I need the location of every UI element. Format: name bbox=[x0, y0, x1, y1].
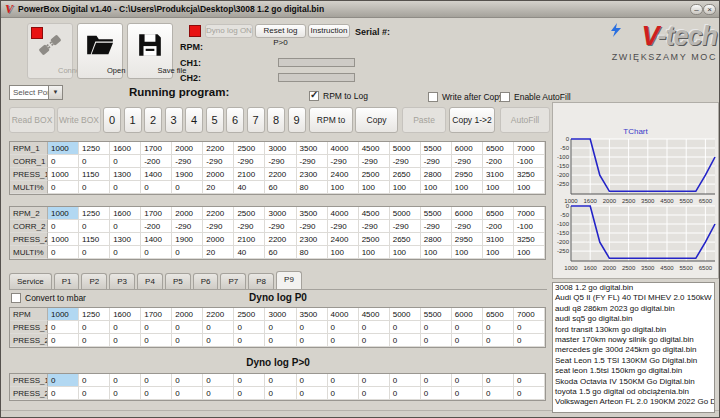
write-box-button[interactable]: Write BOX bbox=[57, 107, 101, 133]
prog-button-9[interactable]: 9 bbox=[288, 107, 306, 133]
table-cell[interactable]: 0 bbox=[514, 374, 545, 387]
table-cell[interactable]: -200 bbox=[483, 155, 514, 168]
tab-service[interactable]: Service bbox=[9, 273, 52, 289]
table-cell[interactable]: 0 bbox=[172, 246, 203, 259]
table-cell[interactable]: 0 bbox=[359, 387, 390, 400]
prog-button-6[interactable]: 6 bbox=[226, 107, 244, 133]
enable-autofill-checkbox[interactable]: Enable AutoFill bbox=[500, 92, 571, 102]
table-cell[interactable]: 5500 bbox=[421, 142, 452, 155]
table-cell[interactable]: 1250 bbox=[79, 142, 110, 155]
copy-1-to-2-button[interactable]: Copy 1->2 bbox=[449, 107, 495, 133]
table-cell[interactable]: 1000 bbox=[48, 207, 79, 220]
table-cell[interactable]: 20 bbox=[203, 246, 234, 259]
table-cell[interactable]: 0 bbox=[452, 321, 483, 334]
table-cell[interactable]: 3500 bbox=[297, 142, 328, 155]
table-cell[interactable]: 4500 bbox=[359, 308, 390, 321]
table-cell[interactable]: 0 bbox=[390, 321, 421, 334]
table-cell[interactable]: 0 bbox=[79, 181, 110, 194]
table-cell[interactable]: 2800 bbox=[421, 168, 452, 181]
table-cell[interactable]: 5500 bbox=[421, 308, 452, 321]
instruction-button[interactable]: Instruction bbox=[308, 24, 350, 38]
table-cell[interactable]: 1000 bbox=[48, 233, 79, 246]
table-cell[interactable]: 100 bbox=[328, 246, 359, 259]
table-cell[interactable]: 2500 bbox=[234, 308, 265, 321]
select-port-dropdown[interactable]: Select Port ▼ bbox=[9, 85, 63, 100]
close-button[interactable]: × bbox=[703, 4, 716, 15]
table-cell[interactable]: 0 bbox=[48, 374, 79, 387]
rpm-to-all-button[interactable]: RPM to ALL bbox=[309, 107, 353, 133]
table-cell[interactable]: 1300 bbox=[110, 168, 141, 181]
table-cell[interactable]: 5000 bbox=[390, 207, 421, 220]
table-cell[interactable]: 0 bbox=[390, 334, 421, 347]
table-cell[interactable]: 4000 bbox=[328, 142, 359, 155]
table-cell[interactable]: 60 bbox=[265, 246, 296, 259]
table-cell[interactable]: 0 bbox=[234, 374, 265, 387]
table-cell[interactable]: 0 bbox=[172, 374, 203, 387]
table-cell[interactable]: 0 bbox=[514, 321, 545, 334]
file-list-item[interactable]: audi sq5 go digital.bin bbox=[553, 314, 714, 324]
file-list-item[interactable]: Volkswagen Arteon FL 2.0 190KM 2022 Go D… bbox=[553, 397, 714, 407]
tab-p5[interactable]: P5 bbox=[165, 273, 191, 289]
table-cell[interactable]: 0 bbox=[141, 334, 172, 347]
table-cell[interactable]: 0 bbox=[48, 246, 79, 259]
prog-button-1[interactable]: 1 bbox=[124, 107, 142, 133]
table-cell[interactable]: 3000 bbox=[265, 207, 296, 220]
table-cell[interactable]: 0 bbox=[328, 387, 359, 400]
table-cell[interactable]: 2650 bbox=[390, 233, 421, 246]
table-cell[interactable]: 1000 bbox=[48, 142, 79, 155]
table-cell[interactable]: 0 bbox=[110, 321, 141, 334]
file-list-item[interactable]: Audi Q5 II (FY FL) 40 TDI MHEV 2.0 150kW… bbox=[553, 293, 714, 303]
table-cell[interactable]: 0 bbox=[421, 334, 452, 347]
table-cell[interactable]: 0 bbox=[79, 246, 110, 259]
table-cell[interactable]: 2200 bbox=[203, 207, 234, 220]
reset-log-button[interactable]: Reset log P>0 bbox=[255, 24, 306, 38]
table-cell[interactable]: 2500 bbox=[359, 168, 390, 181]
table-cell[interactable]: 2950 bbox=[452, 168, 483, 181]
table-cell[interactable]: 2000 bbox=[172, 308, 203, 321]
table-cell[interactable]: -290 bbox=[328, 155, 359, 168]
table-cell[interactable]: 0 bbox=[452, 334, 483, 347]
table-cell[interactable]: 0 bbox=[203, 321, 234, 334]
table-cell[interactable]: 3000 bbox=[265, 142, 296, 155]
table-cell[interactable]: 1000 bbox=[48, 308, 79, 321]
table-cell[interactable]: 2500 bbox=[234, 207, 265, 220]
table-cell[interactable]: 0 bbox=[110, 181, 141, 194]
table-cell[interactable]: 2800 bbox=[421, 233, 452, 246]
table-cell[interactable]: 2200 bbox=[203, 308, 234, 321]
file-list-item[interactable]: ford transit 130km go digital.bin bbox=[553, 325, 714, 335]
table-cell[interactable]: 0 bbox=[203, 374, 234, 387]
table-cell[interactable]: 0 bbox=[141, 321, 172, 334]
table-cell[interactable]: -290 bbox=[234, 155, 265, 168]
table-cell[interactable]: 2000 bbox=[172, 207, 203, 220]
table-cell[interactable]: 0 bbox=[79, 220, 110, 233]
file-list-item[interactable]: Seat Leon 1.5 TSI 130KM Go Digital.bin bbox=[553, 356, 714, 366]
table-cell[interactable]: -290 bbox=[452, 155, 483, 168]
table-cell[interactable]: 100 bbox=[359, 181, 390, 194]
table-cell[interactable]: -290 bbox=[172, 155, 203, 168]
table-cell[interactable]: 0 bbox=[48, 387, 79, 400]
tab-p2[interactable]: P2 bbox=[81, 273, 107, 289]
file-list[interactable]: 3008 1.2 go digital.binAudi Q5 II (FY FL… bbox=[552, 282, 715, 413]
file-list-item[interactable]: audi q8 286km 2023 go digital.bin bbox=[553, 304, 714, 314]
table-cell[interactable]: 6000 bbox=[452, 308, 483, 321]
table-cell[interactable]: 0 bbox=[359, 374, 390, 387]
table-cell[interactable]: 0 bbox=[483, 387, 514, 400]
file-list-item[interactable]: Skoda Octavia IV 150KM Go Digital.bin bbox=[553, 377, 714, 387]
table-cell[interactable]: 7000 bbox=[514, 207, 545, 220]
table-cell[interactable]: -290 bbox=[452, 220, 483, 233]
table-cell[interactable]: 2500 bbox=[234, 142, 265, 155]
table-cell[interactable]: 1150 bbox=[79, 233, 110, 246]
table-cell[interactable]: 80 bbox=[297, 181, 328, 194]
read-box-button[interactable]: Read BOX bbox=[9, 107, 55, 133]
table-cell[interactable]: 0 bbox=[79, 155, 110, 168]
table-cell[interactable]: -290 bbox=[390, 220, 421, 233]
table-cell[interactable]: 1250 bbox=[79, 207, 110, 220]
tab-p4[interactable]: P4 bbox=[137, 273, 163, 289]
tab-p3[interactable]: P3 bbox=[109, 273, 135, 289]
table-cell[interactable]: 0 bbox=[265, 321, 296, 334]
table-cell[interactable]: 80 bbox=[297, 246, 328, 259]
table-cell[interactable]: -100 bbox=[514, 155, 545, 168]
table-cell[interactable]: 1250 bbox=[79, 308, 110, 321]
table-cell[interactable]: 0 bbox=[110, 387, 141, 400]
tab-p6[interactable]: P6 bbox=[193, 273, 219, 289]
